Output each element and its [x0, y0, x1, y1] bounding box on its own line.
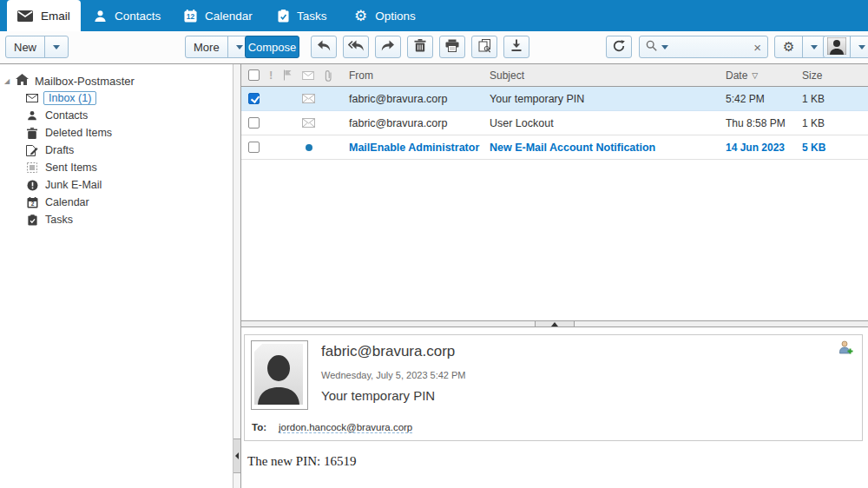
refresh-button[interactable]: [606, 36, 632, 58]
settings-button[interactable]: ⚙: [775, 36, 802, 57]
sidebar-item-label: Tasks: [45, 214, 73, 226]
account-dropdown-button[interactable]: [850, 36, 868, 57]
search-input[interactable]: [673, 41, 749, 53]
junk-exclamation-icon: [25, 180, 39, 191]
svg-text:12: 12: [187, 12, 195, 21]
select-all-checkbox[interactable]: [248, 69, 260, 81]
download-button[interactable]: [503, 36, 529, 58]
message-header-card: fabric@bravura.corp Wednesday, July 5, 2…: [244, 334, 863, 441]
mailbox-root[interactable]: ◢ Mailbox-Postmaster: [0, 72, 233, 89]
new-dropdown-button[interactable]: [44, 36, 68, 57]
account-button[interactable]: [824, 36, 850, 57]
unread-dot-icon: [302, 144, 325, 151]
inbox-envelope-icon: [25, 94, 39, 102]
compose-button[interactable]: Compose: [245, 36, 299, 58]
top-tab-bar: Email Contacts 12 Calendar Tasks ⚙ Optio…: [0, 0, 868, 31]
message-pane: ! From Subject Date▽ Size fabric@bravura…: [241, 64, 868, 488]
delete-button[interactable]: [407, 36, 433, 58]
preview-subject: Your temporary PIN: [321, 388, 435, 403]
account-button-group: [823, 36, 868, 58]
row-checkbox[interactable]: [248, 117, 260, 129]
message-row[interactable]: fabric@bravura.corp Your temporary PIN 5…: [241, 87, 868, 111]
tab-options[interactable]: ⚙ Options: [344, 0, 426, 31]
email-icon: [17, 10, 33, 22]
sender-avatar: [251, 340, 308, 410]
column-size[interactable]: Size: [802, 69, 868, 82]
horizontal-splitter[interactable]: [241, 320, 868, 327]
sidebar-item-inbox[interactable]: Inbox (1): [0, 89, 233, 107]
more-button-group: More: [185, 36, 252, 58]
sidebar-item-junk[interactable]: Junk E-Mail: [0, 176, 233, 194]
read-envelope-icon: [302, 94, 325, 103]
trash-icon: [414, 39, 426, 55]
tab-label: Calendar: [205, 10, 253, 23]
vertical-splitter[interactable]: [233, 64, 241, 488]
svg-text:2: 2: [30, 201, 34, 207]
message-body: The new PIN: 16519: [247, 454, 868, 469]
print-button[interactable]: [439, 36, 465, 58]
add-contact-icon[interactable]: [838, 340, 853, 358]
message-row[interactable]: MailEnable Administrator New E-Mail Acco…: [241, 135, 868, 160]
folder-tree: ◢ Mailbox-Postmaster Inbox (1) Contacts …: [0, 64, 233, 488]
sidebar-item-drafts[interactable]: Drafts: [0, 142, 233, 159]
sidebar-item-contacts[interactable]: Contacts: [0, 107, 233, 124]
forward-button[interactable]: [375, 36, 401, 58]
chevron-down-icon: [53, 45, 60, 49]
mailbox-root-label: Mailbox-Postmaster: [35, 75, 135, 88]
copy-view-icon: [478, 39, 491, 56]
search-options-caret-icon[interactable]: [661, 45, 668, 49]
refresh-icon: [613, 40, 625, 55]
search-clear-icon[interactable]: ×: [753, 41, 761, 54]
sidebar-item-label: Calendar: [45, 196, 89, 208]
trash-icon: [25, 128, 39, 139]
message-size: 1 KB: [802, 93, 868, 105]
new-button-group: New: [5, 36, 69, 58]
flag-icon[interactable]: [283, 69, 302, 81]
search-icon: [646, 39, 657, 55]
column-from[interactable]: From: [349, 69, 490, 82]
options-gear-icon: ⚙: [354, 9, 367, 23]
sidebar-item-sent-items[interactable]: Sent Items: [0, 159, 233, 176]
gear-icon: ⚙: [783, 41, 794, 54]
sidebar-item-label: Drafts: [45, 144, 74, 156]
sidebar-item-calendar[interactable]: 2 Calendar: [0, 194, 233, 211]
tab-email[interactable]: Email: [7, 0, 81, 31]
row-checkbox[interactable]: [248, 93, 260, 104]
tab-contacts[interactable]: Contacts: [83, 0, 171, 31]
download-icon: [510, 39, 523, 55]
sidebar-item-label: Contacts: [45, 109, 88, 122]
sidebar-item-label: Junk E-Mail: [45, 179, 102, 191]
sidebar-item-tasks[interactable]: Tasks: [0, 211, 233, 228]
tab-calendar[interactable]: 12 Calendar: [174, 0, 263, 31]
tab-tasks[interactable]: Tasks: [267, 0, 338, 31]
column-date[interactable]: Date▽: [726, 69, 802, 82]
message-subject: User Lockout: [490, 117, 726, 129]
tab-label: Email: [41, 10, 70, 23]
chevron-down-icon: [858, 45, 865, 49]
column-subject[interactable]: Subject: [490, 69, 726, 82]
read-state-envelope-icon[interactable]: [302, 71, 325, 80]
recipient-row: To:jordon.hancock@bravura.corp: [252, 422, 412, 432]
tab-label: Tasks: [297, 10, 327, 23]
tab-label: Options: [375, 10, 416, 23]
new-button[interactable]: New: [6, 36, 44, 57]
more-button[interactable]: More: [186, 36, 227, 57]
sort-desc-icon: ▽: [752, 71, 758, 80]
attachment-paperclip-icon[interactable]: [325, 69, 349, 82]
drafts-pencil-icon: [25, 145, 39, 156]
to-label: To:: [252, 422, 266, 432]
importance-icon[interactable]: !: [269, 69, 283, 82]
message-row[interactable]: fabric@bravura.corp User Lockout Thu 8:5…: [241, 111, 868, 135]
reply-all-button[interactable]: [343, 36, 369, 58]
horizontal-splitter-handle[interactable]: [535, 321, 575, 326]
sidebar-item-deleted-items[interactable]: Deleted Items: [0, 124, 233, 142]
tree-expander-icon[interactable]: ◢: [4, 77, 16, 85]
settings-button-group: ⚙: [774, 36, 826, 58]
view-source-button[interactable]: [471, 36, 497, 58]
reply-button[interactable]: [311, 36, 337, 58]
vertical-splitter-handle[interactable]: [233, 439, 240, 473]
recipient-address-link[interactable]: jordon.hancock@bravura.corp: [279, 422, 412, 433]
row-checkbox[interactable]: [248, 142, 260, 153]
reading-pane: fabric@bravura.corp Wednesday, July 5, 2…: [241, 327, 868, 488]
reply-icon: [317, 40, 331, 54]
